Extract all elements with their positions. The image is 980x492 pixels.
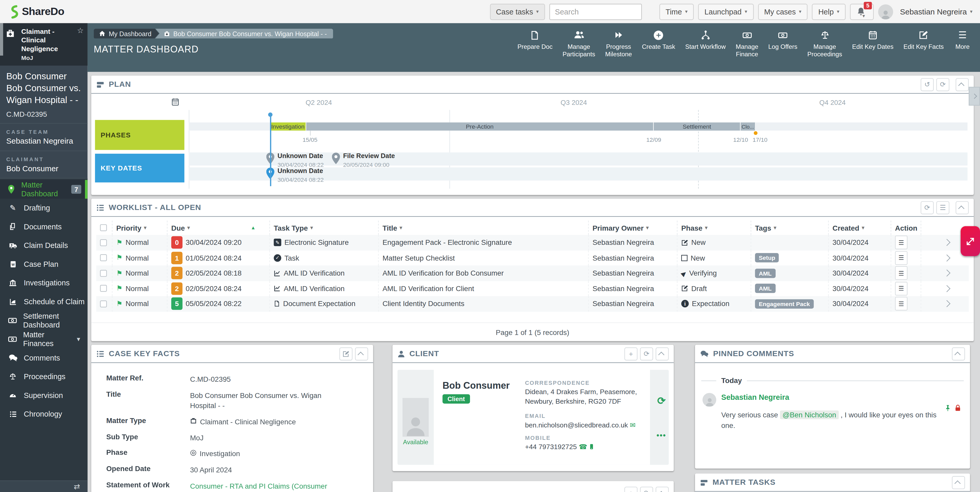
- comment-item[interactable]: Sebastian Negreira Very serious case @Be…: [695, 384, 970, 432]
- refresh-button[interactable]: ⟳: [921, 201, 934, 214]
- exchange-icon[interactable]: ⇄: [74, 482, 80, 491]
- column-due[interactable]: Due▾▲: [167, 221, 270, 235]
- phone-icon[interactable]: ☎: [579, 443, 587, 451]
- column-task-type[interactable]: Task Type▾: [270, 221, 379, 235]
- row-menu-button[interactable]: ☰: [895, 236, 907, 249]
- more-options-button[interactable]: •••: [657, 431, 667, 440]
- chevron-right-icon[interactable]: [943, 300, 950, 307]
- phase-segment-pre-action[interactable]: Pre-Action: [306, 122, 654, 130]
- refresh-button[interactable]: ⟳: [936, 78, 950, 91]
- search-input[interactable]: [549, 3, 642, 20]
- list-view-button[interactable]: ☰: [936, 201, 950, 214]
- timeline-scroll-right-button[interactable]: [969, 87, 980, 106]
- key-date-unknown-2[interactable]: Unknown Date30/04/2024 08:22: [266, 167, 323, 183]
- sidebar-item-comments[interactable]: Comments: [0, 348, 88, 367]
- pushpin-icon[interactable]: [944, 404, 951, 412]
- undo-button[interactable]: ↺: [921, 78, 934, 91]
- row-menu-button[interactable]: ☰: [895, 266, 907, 280]
- manage-proceedings-button[interactable]: Manage Proceedings: [802, 27, 847, 61]
- edit-key-dates-button[interactable]: Edit Key Dates: [847, 27, 899, 53]
- launchpad-button[interactable]: Launchpad▾: [698, 3, 753, 20]
- row-menu-button[interactable]: ☰: [895, 281, 907, 295]
- edit-key-facts-button[interactable]: Edit Key Facts: [898, 27, 949, 53]
- time-button[interactable]: Time▾: [659, 3, 694, 20]
- expand-fab-button[interactable]: [961, 226, 980, 256]
- sharedo-logo[interactable]: ShareDo: [9, 5, 64, 18]
- row-checkbox[interactable]: [100, 239, 107, 246]
- row-menu-button[interactable]: ☰: [895, 251, 907, 265]
- column-phase[interactable]: Phase▾: [678, 221, 751, 235]
- phase-segment-investigation[interactable]: Investigation: [270, 122, 306, 130]
- my-cases-button[interactable]: My cases▾: [758, 3, 808, 20]
- sidebar-item-schedule-of-claim[interactable]: Schedule of Claim: [0, 292, 88, 311]
- client-card[interactable]: Available Bob Consumer Client CORRESPOND…: [398, 370, 669, 465]
- chevron-right-icon[interactable]: [943, 239, 950, 246]
- row-checkbox[interactable]: [100, 254, 107, 261]
- add-button[interactable]: ＋: [624, 487, 638, 492]
- comment-author[interactable]: Sebastian Negreira: [721, 393, 939, 402]
- row-menu-button[interactable]: ☰: [895, 297, 907, 311]
- envelope-icon[interactable]: ✉: [630, 421, 636, 429]
- sync-contact-button[interactable]: ⟳: [657, 395, 665, 407]
- column-priority[interactable]: Priority▾: [112, 221, 167, 235]
- refresh-button[interactable]: ⟳: [640, 347, 653, 360]
- table-row[interactable]: ⚑Normal 101/05/2024 08:24 ✓Task Matter S…: [96, 250, 969, 265]
- collapse-button[interactable]: [952, 347, 965, 360]
- key-date-unknown-1[interactable]: Unknown Date30/04/2024 08:22: [266, 152, 323, 168]
- column-created[interactable]: Created▾: [829, 221, 891, 235]
- table-row[interactable]: ⚑Normal 030/04/2024 09:20 ✎Electronic Si…: [96, 235, 969, 250]
- user-menu[interactable]: Sebastian Negreira▾: [900, 7, 972, 16]
- sidebar-item-chronology[interactable]: Chronology: [0, 405, 88, 424]
- row-checkbox[interactable]: [100, 270, 107, 276]
- table-row[interactable]: ⚑Normal 202/05/2024 08:24 AML ID Verific…: [96, 281, 969, 296]
- case-tasks-button[interactable]: Case tasks▾: [490, 3, 545, 20]
- log-offers-button[interactable]: Log Offers: [763, 27, 802, 53]
- collapse-button[interactable]: [355, 347, 368, 360]
- collapse-button[interactable]: [956, 78, 969, 91]
- select-all-checkbox[interactable]: [100, 224, 107, 231]
- column-tags[interactable]: Tags▾: [751, 221, 829, 235]
- collapse-button[interactable]: [952, 476, 965, 489]
- sidebar-item-supervision[interactable]: Supervision: [0, 386, 88, 405]
- breadcrumb-case[interactable]: Bob Consumer Bob Consumer vs. Wigan Hosp…: [155, 29, 333, 38]
- sidebar-item-documents[interactable]: Documents: [0, 217, 88, 236]
- row-checkbox[interactable]: [100, 285, 107, 292]
- help-button[interactable]: Help▾: [812, 3, 846, 20]
- sidebar-item-claim-details[interactable]: Claim Details: [0, 236, 88, 255]
- sidebar-item-matter-finances[interactable]: Matter Finances▼: [0, 330, 88, 349]
- sidebar-item-matter-dashboard[interactable]: Matter Dashboard 7: [0, 180, 88, 198]
- calendar-icon[interactable]: [171, 97, 179, 106]
- start-workflow-button[interactable]: Start Workflow: [680, 27, 731, 53]
- sidebar-item-case-plan[interactable]: Case Plan: [0, 255, 88, 273]
- prepare-doc-button[interactable]: Prepare Doc: [512, 27, 558, 53]
- collapse-button[interactable]: [656, 347, 669, 360]
- column-title[interactable]: Title▾: [379, 221, 589, 235]
- progress-milestone-button[interactable]: Progress Milestone: [600, 27, 637, 61]
- refresh-button[interactable]: ⟳: [640, 487, 653, 492]
- statement-of-work-link[interactable]: Consumer - RTA and PI Claims (Consumer C…: [190, 481, 332, 492]
- user-avatar[interactable]: [878, 4, 893, 19]
- sidebar-item-settlement-dashboard[interactable]: Settlement Dashboard: [0, 311, 88, 330]
- collapse-button[interactable]: [956, 201, 969, 214]
- client-mobile[interactable]: +44 7973192725 ☎: [525, 443, 644, 452]
- add-button[interactable]: ＋: [624, 347, 638, 360]
- manage-finance-button[interactable]: Manage Finance: [731, 27, 763, 61]
- more-button[interactable]: ☰More: [949, 27, 976, 53]
- row-checkbox[interactable]: [100, 300, 107, 307]
- sidebar-item-proceedings[interactable]: Proceedings: [0, 367, 88, 386]
- sidebar-item-investigations[interactable]: Investigations: [0, 273, 88, 292]
- create-task-button[interactable]: ＋Create Task: [637, 27, 680, 53]
- edit-button[interactable]: [339, 347, 353, 360]
- table-row[interactable]: ⚑Normal 202/05/2024 08:18 AML ID Verific…: [96, 265, 969, 281]
- sidebar-item-drafting[interactable]: ✎Drafting: [0, 198, 88, 217]
- notifications-button[interactable]: 5 ▾: [850, 3, 874, 20]
- breadcrumb-home[interactable]: My Dashboard: [94, 29, 159, 38]
- favourite-star-icon[interactable]: ☆: [77, 26, 84, 35]
- key-date-file-review[interactable]: File Review Date20/05/2024 09:00: [332, 152, 395, 168]
- table-row[interactable]: ⚑Normal 505/05/2024 08:22 Document Expec…: [96, 296, 969, 311]
- manage-participants-button[interactable]: Manage Participants: [558, 27, 600, 61]
- lock-icon[interactable]: [955, 404, 961, 412]
- collapse-button[interactable]: [656, 487, 669, 492]
- phase-segment-settlement[interactable]: Settlement: [654, 122, 740, 130]
- mobile-icon[interactable]: [589, 443, 594, 451]
